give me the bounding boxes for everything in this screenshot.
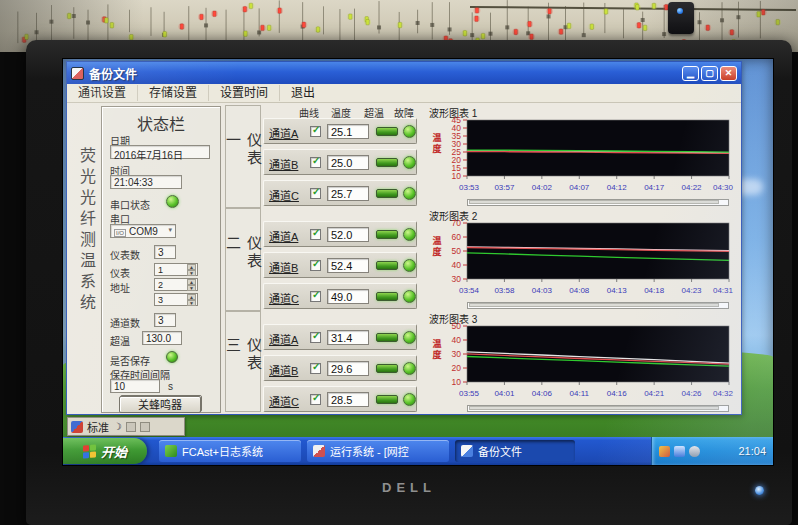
chart-h-scrollbar[interactable] <box>467 302 729 309</box>
input-method-icon[interactable] <box>71 421 83 433</box>
monitor-power-led <box>755 486 764 495</box>
overtemp-led <box>376 395 398 404</box>
overtemp-led <box>376 292 398 301</box>
curve-checkbox[interactable]: ✓ <box>310 363 321 374</box>
scrollbar-thumb[interactable] <box>469 406 719 410</box>
taskbar-task-log-system[interactable]: FCAst+日志系统 <box>159 440 301 462</box>
spinner-arrows-icon[interactable]: ▲▼ <box>187 294 196 305</box>
address-spinner-1[interactable]: 1▲▼ <box>154 263 198 276</box>
save-interval-field[interactable]: 10 <box>110 379 160 393</box>
ime-mode-label[interactable]: 标准 <box>87 419 109 435</box>
temperature-display: 49.0 <box>327 289 369 304</box>
curve-checkbox[interactable]: ✓ <box>310 126 321 137</box>
menu-storage-settings[interactable]: 存储设置 <box>138 85 209 101</box>
menu-exit[interactable]: 退出 <box>280 85 326 101</box>
dell-logo: DELL <box>382 480 436 495</box>
channel-row: 通道B ✓ 25.0 <box>263 149 417 175</box>
tray-icon-3[interactable] <box>689 446 700 457</box>
close-button[interactable]: ✕ <box>720 66 737 81</box>
fault-led <box>403 187 416 200</box>
fault-led <box>403 156 416 169</box>
temperature-display: 29.6 <box>327 361 369 376</box>
spinner-arrows-icon[interactable]: ▲▼ <box>187 279 196 290</box>
fault-led <box>403 393 416 406</box>
taskbar-task-backup-file[interactable]: 备份文件 <box>455 440 575 462</box>
tray-icon-2[interactable] <box>674 446 685 457</box>
instrument-count-field[interactable]: 3 <box>154 245 176 259</box>
menu-set-time[interactable]: 设置时间 <box>209 85 280 101</box>
curve-checkbox[interactable]: ✓ <box>310 188 321 199</box>
menu-comm-settings[interactable]: 通讯设置 <box>67 85 138 101</box>
chart-h-scrollbar[interactable] <box>467 405 729 412</box>
temperature-display: 28.5 <box>327 392 369 407</box>
channel-label: 通道B <box>269 259 298 275</box>
curve-checkbox[interactable]: ✓ <box>310 332 321 343</box>
chart-plot: 温度101520253035404503:5303:5704:0204:0704… <box>423 117 735 199</box>
channel-label: 通道B <box>269 156 298 172</box>
scrollbar-thumb[interactable] <box>469 303 719 307</box>
svg-text:45: 45 <box>452 117 462 125</box>
channel-label: 通道A <box>269 125 298 141</box>
taskbar: 开始 FCAst+日志系统 运行系统 - [网控 备份文件 <box>63 437 773 465</box>
chart-h-scrollbar[interactable] <box>467 199 729 206</box>
overtemp-setpoint-field[interactable]: 130.0 <box>142 331 182 345</box>
screen: 备份文件 ▁ ▢ ✕ 通讯设置 存储设置 设置时间 退出 荧光光纤测温系统 <box>62 58 774 466</box>
client-area: 荧光光纤测温系统 状态栏 日期 2016年7月16日 时间 21:04:33 串… <box>67 103 741 416</box>
curve-checkbox[interactable]: ✓ <box>310 291 321 302</box>
svg-text:60: 60 <box>452 232 462 242</box>
check-icon: ✓ <box>312 289 320 300</box>
serial-port-combo[interactable]: I/OCOM9▾ <box>110 224 176 238</box>
temperature-display: 25.7 <box>327 186 369 201</box>
fault-led <box>403 228 416 241</box>
scrollbar-thumb[interactable] <box>469 200 719 204</box>
temperature-display: 31.4 <box>327 330 369 345</box>
svg-text:温: 温 <box>432 338 441 349</box>
save-interval-unit: s <box>168 381 173 392</box>
spinner-arrows-icon[interactable]: ▲▼ <box>187 264 196 275</box>
buzzer-off-button[interactable]: 关蜂鸣器 <box>119 396 201 413</box>
dell-monitor: 备份文件 ▁ ▢ ✕ 通讯设置 存储设置 设置时间 退出 荧光光纤测温系统 <box>26 40 792 525</box>
channel-label: 通道A <box>269 331 298 347</box>
channel-label: 通道C <box>269 393 299 409</box>
curve-checkbox[interactable]: ✓ <box>310 229 321 240</box>
address-spinner-3[interactable]: 3▲▼ <box>154 293 198 306</box>
instrument-name: 仪表三 <box>222 337 264 387</box>
ime-minimize-button[interactable] <box>140 422 150 432</box>
waveform-chart-1: 波形图表 1 温度101520253035404503:5303:5704:02… <box>423 105 735 208</box>
minimize-button[interactable]: ▁ <box>682 66 699 81</box>
chart-plot: 温度304050607003:5403:5804:0304:0804:1304:… <box>423 220 735 302</box>
svg-text:70: 70 <box>452 220 462 228</box>
svg-text:温: 温 <box>432 235 441 246</box>
titlebar[interactable]: 备份文件 ▁ ▢ ✕ <box>67 62 741 84</box>
overtemp-led <box>376 189 398 198</box>
ime-option-button[interactable] <box>126 422 136 432</box>
svg-text:04:26: 04:26 <box>682 389 703 398</box>
channel-row: 通道A ✓ 31.4 <box>263 324 417 350</box>
overtemp-led <box>376 261 398 270</box>
svg-text:04:22: 04:22 <box>682 183 703 192</box>
overtemp-led <box>376 364 398 373</box>
moon-icon[interactable]: ☽ <box>113 421 122 432</box>
curve-checkbox[interactable]: ✓ <box>310 157 321 168</box>
channel-row: 通道C ✓ 28.5 <box>263 386 417 412</box>
instrument-name: 仪表二 <box>222 234 264 285</box>
save-led[interactable] <box>166 351 178 363</box>
channel-row: 通道A ✓ 25.1 <box>263 118 417 144</box>
language-bar[interactable]: 标准 ☽ <box>67 417 185 436</box>
waveform-chart-3: 波形图表 3 温度102030405003:5504:0104:0604:110… <box>423 311 735 414</box>
curve-checkbox[interactable]: ✓ <box>310 394 321 405</box>
check-icon: ✓ <box>312 258 320 269</box>
fault-led <box>403 362 416 375</box>
time-display: 21:04:33 <box>110 175 182 189</box>
tray-icon-1[interactable] <box>659 446 670 457</box>
address-spinner-2[interactable]: 2▲▼ <box>154 278 198 291</box>
svg-text:40: 40 <box>452 260 462 270</box>
start-button[interactable]: 开始 <box>63 438 147 464</box>
check-icon: ✓ <box>312 155 320 166</box>
temperature-display: 52.0 <box>327 227 369 242</box>
maximize-button[interactable]: ▢ <box>701 66 718 81</box>
channel-count-field[interactable]: 3 <box>154 313 176 327</box>
io-icon: I/O <box>114 229 126 237</box>
taskbar-task-run-system[interactable]: 运行系统 - [网控 <box>307 440 449 462</box>
curve-checkbox[interactable]: ✓ <box>310 260 321 271</box>
